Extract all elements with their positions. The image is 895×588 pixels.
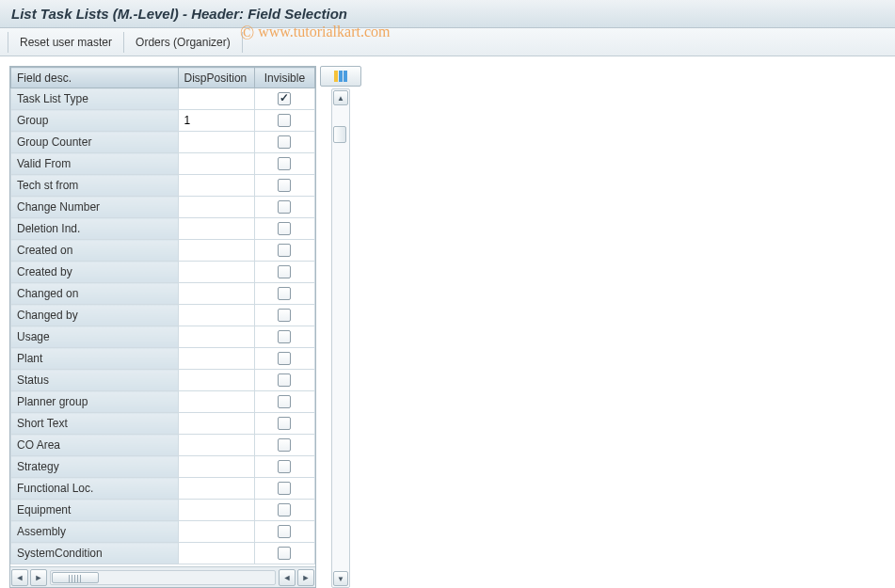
disp-position-cell[interactable] [178,326,254,348]
hscroll-thumb[interactable] [52,572,99,583]
invisible-checkbox[interactable] [278,330,291,343]
table-row: Group1 [11,110,315,132]
field-desc-cell[interactable]: SystemCondition [11,543,179,564]
invisible-checkbox[interactable] [278,525,291,538]
vscroll-track[interactable] [333,105,348,571]
invisible-cell [254,283,314,305]
field-desc-cell[interactable]: CO Area [11,435,179,456]
field-desc-cell[interactable]: Created by [11,262,179,283]
field-desc-cell[interactable]: Assembly [11,521,179,543]
table-row: Plant [11,348,315,370]
table-row: Status [11,370,315,391]
invisible-checkbox[interactable] [278,244,291,257]
invisible-checkbox[interactable] [278,395,291,408]
disp-position-cell[interactable] [178,521,254,543]
disp-position-cell[interactable] [178,348,254,370]
horizontal-scrollbar[interactable]: ◄ ► ◄ ► [10,566,315,587]
vscroll-up-button[interactable]: ▲ [333,90,348,105]
disp-position-cell[interactable] [178,305,254,326]
col-header-invisible[interactable]: Invisible [254,68,314,88]
field-desc-cell[interactable]: Valid From [11,153,179,175]
invisible-checkbox[interactable] [278,222,291,235]
disp-position-cell[interactable] [178,88,254,110]
table-settings-button[interactable] [320,66,361,87]
vscroll-thumb[interactable] [333,126,346,143]
field-desc-cell[interactable]: Changed on [11,283,179,305]
field-desc-cell[interactable]: Status [11,370,179,391]
invisible-checkbox[interactable] [278,503,291,516]
disp-position-cell[interactable] [178,175,254,197]
field-desc-cell[interactable]: Usage [11,326,179,348]
invisible-checkbox[interactable] [278,373,291,387]
table-row: Valid From [11,153,315,175]
invisible-cell [254,326,314,348]
invisible-checkbox[interactable] [278,417,291,430]
vertical-scrollbar[interactable]: ▲ ▼ [331,88,350,588]
vscroll-down-button[interactable]: ▼ [333,571,348,586]
invisible-checkbox[interactable] [278,547,291,560]
invisible-checkbox[interactable] [278,352,291,365]
field-desc-cell[interactable]: Equipment [11,500,179,521]
table-row: Deletion Ind. [11,218,315,240]
table-row: Changed by [11,305,315,326]
disp-position-cell[interactable] [178,391,254,413]
field-desc-cell[interactable]: Group [11,110,179,132]
field-selection-table: Field desc. DispPosition Invisible Task … [10,67,315,564]
disp-position-cell[interactable] [178,370,254,391]
col-header-field-desc[interactable]: Field desc. [11,68,179,88]
title-bar: List Task Lists (M.-Level) - Header: Fie… [0,0,895,28]
field-desc-cell[interactable]: Strategy [11,456,179,478]
invisible-checkbox[interactable] [278,309,291,322]
field-desc-cell[interactable]: Tech st from [11,175,179,197]
field-desc-cell[interactable]: Change Number [11,197,179,218]
invisible-checkbox[interactable] [278,482,291,495]
invisible-checkbox[interactable] [278,438,291,452]
orders-organizer-button[interactable]: Orders (Organizer) [124,32,243,53]
field-desc-cell[interactable]: Plant [11,348,179,370]
invisible-checkbox[interactable] [278,179,291,192]
table-row: Strategy [11,456,315,478]
table-row: SystemCondition [11,543,315,564]
disp-position-cell[interactable] [178,283,254,305]
invisible-checkbox[interactable] [278,92,291,105]
field-desc-cell[interactable]: Task List Type [11,88,179,110]
field-desc-cell[interactable]: Short Text [11,413,179,435]
reset-user-master-button[interactable]: Reset user master [8,32,124,53]
hscroll-left-end-button[interactable]: ◄ [279,569,296,586]
invisible-checkbox[interactable] [278,135,291,149]
hscroll-right-end-button[interactable]: ► [297,569,314,586]
invisible-checkbox[interactable] [278,287,291,300]
disp-position-cell[interactable] [178,456,254,478]
disp-position-cell[interactable] [178,240,254,262]
disp-position-cell[interactable] [178,478,254,500]
field-desc-cell[interactable]: Functional Loc. [11,478,179,500]
field-desc-cell[interactable]: Changed by [11,305,179,326]
disp-position-cell[interactable] [178,153,254,175]
disp-position-cell[interactable] [178,262,254,283]
disp-position-cell[interactable] [178,132,254,153]
disp-position-cell[interactable] [178,500,254,521]
disp-position-cell[interactable]: 1 [178,110,254,132]
hscroll-right-button[interactable]: ► [30,569,47,586]
disp-position-cell[interactable] [178,197,254,218]
field-desc-cell[interactable]: Planner group [11,391,179,413]
hscroll-track[interactable] [50,570,276,585]
field-desc-cell[interactable]: Group Counter [11,132,179,153]
invisible-cell [254,348,314,370]
invisible-checkbox[interactable] [278,200,291,214]
invisible-checkbox[interactable] [278,265,291,278]
disp-position-cell[interactable] [178,413,254,435]
hscroll-left-button[interactable]: ◄ [11,569,28,586]
invisible-checkbox[interactable] [278,460,291,473]
disp-position-cell[interactable] [178,543,254,564]
invisible-cell [254,521,314,543]
disp-position-cell[interactable] [178,435,254,456]
col-header-disp-position[interactable]: DispPosition [178,68,254,88]
invisible-checkbox[interactable] [278,157,291,170]
field-desc-cell[interactable]: Created on [11,240,179,262]
field-desc-cell[interactable]: Deletion Ind. [11,218,179,240]
disp-position-cell[interactable] [178,218,254,240]
invisible-cell [254,305,314,326]
invisible-checkbox[interactable] [278,114,291,127]
invisible-cell [254,175,314,197]
